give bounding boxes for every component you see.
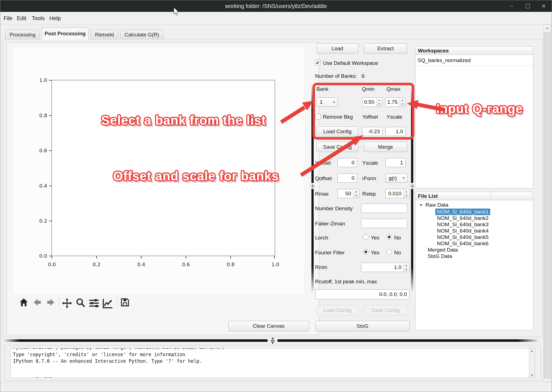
mouse-cursor [173,7,180,16]
save-config-button[interactable]: Save Config [316,142,358,152]
status-bar [0,382,552,392]
splitter-handle[interactable] [310,183,315,189]
spinner-arrows-icon[interactable]: ▲▼ [353,190,359,198]
move-icon [410,184,414,188]
back-arrow-icon[interactable] [32,297,42,308]
merge-button[interactable]: Merge [364,142,407,152]
number-density-field[interactable] [361,204,407,213]
x-tick-label: 0.6 [178,262,194,267]
menu-item-tools[interactable]: Tools [30,12,46,25]
edit-plot-icon[interactable] [102,297,114,311]
plot-panel: 1.0 0.8 0.6 0.4 0.2 0.0 0.0 0.2 0.4 0.6 … [6,42,319,335]
chevron-down-icon: ▼ [400,177,407,180]
tab-post-processing[interactable]: Post Processing [42,27,89,40]
move-icon [311,184,314,188]
tree-item-bank6[interactable]: NOM_Si_640d_bank6 [437,241,489,247]
tree-item-bank1[interactable]: NOM_Si_640d_bank1 [435,209,490,215]
tree-item-bank3[interactable]: NOM_Si_640d_bank3 [437,222,489,228]
toolbar-separator [117,298,117,306]
clear-canvas-button[interactable]: Clear Canvas [228,321,309,331]
tab-processing[interactable]: Processing [5,30,40,39]
home-icon[interactable] [19,297,29,308]
tree-item-merged-data[interactable]: Merged Data [428,247,458,253]
scrollbar-thumb[interactable] [544,32,550,378]
yscale-field[interactable]: 1 [385,158,406,167]
toolbar-separator [59,298,59,306]
fourier-filter-no-radio[interactable] [386,249,392,255]
save-icon[interactable] [120,297,130,308]
lorch-yes-radio[interactable] [363,234,369,240]
plot-axes: 1.0 0.8 0.6 0.4 0.2 0.0 0.0 0.2 0.4 0.6 … [52,80,275,256]
expander-down-icon[interactable]: ▼ [419,203,423,207]
title-bar[interactable]: working folder: /SNS/users/y8z/Dev/addie… [0,0,552,12]
lorch-yes-label: Yes [371,235,379,241]
use-default-workspace-checkbox[interactable] [315,60,321,65]
fourier-filter-yes-radio[interactable] [363,249,369,255]
workspaces-panel: Workspaces SQ_banks_normalized [415,46,533,188]
number-density-label: Number Density [315,206,353,212]
zoom-icon[interactable] [75,297,86,309]
menu-item-file[interactable]: File [2,12,14,25]
y-tick-label: 0.4 [32,183,47,189]
yscale-label: Yscale [362,160,378,166]
tree-item-bank4[interactable]: NOM_Si_640d_bank4 [437,228,489,234]
tree-item-bank5[interactable]: NOM_Si_640d_bank5 [437,234,489,240]
configure-subplots-icon[interactable] [88,297,100,310]
y-tick-label: 0.0 [32,253,47,259]
rcutoff-field[interactable]: 0.0, 0.0, 0.0 [315,289,410,299]
main-scrollbar[interactable]: ▲ ▼ [543,25,551,386]
horizontal-splitter-handle[interactable] [269,337,276,344]
console-line: Type 'copyright', 'credits' or 'license'… [13,352,185,357]
y-tick-label: 0.8 [32,113,47,118]
forward-arrow-icon[interactable] [46,297,56,308]
scroll-up-icon[interactable]: ▲ [529,349,535,352]
qoffset-field[interactable]: 0 [337,174,357,183]
rform-combobox[interactable]: g(r) ▼ [385,174,407,183]
rmax-spinbox[interactable]: 50 ▲▼ [337,189,359,198]
spinner-arrows-icon[interactable]: ▲▼ [403,263,409,271]
tree-item-raw-data[interactable]: ▼ Raw Data [419,202,448,208]
scroll-down-icon[interactable]: ▼ [529,374,535,377]
faber-ziman-label: Faber-Ziman [315,221,345,227]
file-list-header[interactable]: File List [415,192,533,200]
maximize-button[interactable] [522,1,534,11]
tab-rietveld[interactable]: Rietveld [90,30,118,39]
rstep-spinbox[interactable]: 0.010 ▲▼ [385,189,410,198]
spinner-arrows-icon[interactable]: ▲▼ [403,190,409,198]
lorch-no-radio[interactable] [386,234,392,240]
extract-button[interactable]: Extract [364,43,407,54]
horizontal-splitter-bar[interactable] [4,339,268,342]
menu-item-help[interactable]: Help [48,12,62,25]
number-of-banks-label: Number of Banks: [315,73,357,79]
pan-icon[interactable] [61,297,73,310]
workspaces-header[interactable]: Workspaces [415,47,533,55]
annotation-offset-scale: Offset and scale for banks [113,169,279,183]
faber-ziman-field[interactable] [361,219,407,228]
stog-save-config-button[interactable]: Save Config [364,305,407,315]
minimize-button[interactable]: − [506,1,518,11]
tab-calculate-gr[interactable]: Calculate G(R) [120,30,163,39]
tree-item-stog-data[interactable]: StoG Data [428,253,452,259]
console-scrollbar[interactable]: ▲ ▼ [529,348,535,378]
close-button[interactable]: × [538,1,550,11]
file-list-panel: File List ▼ Raw Data NOM_Si_640d_bank1 N… [415,192,533,330]
rmin-spinbox[interactable]: 1.0 ▲▼ [361,263,410,272]
yoffset-field[interactable]: 0 [337,158,357,167]
menu-item-edit[interactable]: Edit [15,12,28,25]
stog-load-config-button[interactable]: Load Config [316,305,358,315]
ipython-console[interactable]: Python 3.10.12 | packaged by conda-forge… [10,348,535,378]
rform-label: rForm [362,175,376,182]
scroll-up-icon[interactable]: ▲ [544,26,551,30]
rcutoff-label: Rcutoff, 1st peak min, max [315,279,377,285]
workspace-item[interactable]: SQ_banks_normalized [415,55,533,66]
annotation-highlight-rect [313,83,414,140]
console-line: IPython 8.7.0 -- An enhanced Interactive… [13,358,202,364]
stog-button[interactable]: StoG [315,321,410,331]
close-icon: × [542,2,546,10]
resize-vertical-icon [271,337,275,344]
load-button[interactable]: Load [316,43,358,54]
horizontal-splitter-bar[interactable] [278,339,539,342]
lorch-no-label: No [394,235,401,241]
splitter-handle[interactable] [409,183,415,189]
tree-item-bank2[interactable]: NOM_Si_640d_bank2 [437,215,489,221]
